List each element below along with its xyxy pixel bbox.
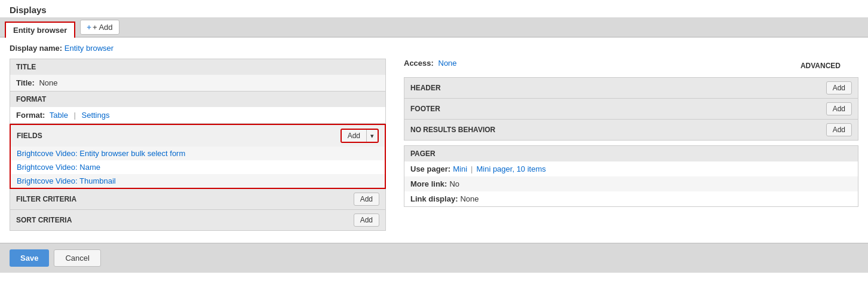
format-label: Format: xyxy=(16,111,45,120)
no-results-header: NO RESULTS BEHAVIOR Add xyxy=(404,120,858,140)
access-value[interactable]: None xyxy=(438,59,457,68)
header-section-header: HEADER Add xyxy=(404,78,858,98)
field-link-1[interactable]: Brightcove Video: Entity browser bulk se… xyxy=(17,149,185,158)
displays-heading: Displays xyxy=(0,0,868,17)
tabs-bar: Entity browser ++ Add xyxy=(0,17,868,38)
format-table-link[interactable]: Table xyxy=(50,111,68,120)
use-pager-value[interactable]: Mini xyxy=(453,164,467,173)
entity-browser-tab[interactable]: Entity browser xyxy=(5,22,75,38)
display-name-row: Display name: Entity browser xyxy=(10,44,858,53)
fields-section: FIELDS Add ▾ Brightcove Video: Entity br… xyxy=(10,124,386,189)
add-display-button[interactable]: ++ Add xyxy=(80,20,119,35)
sort-criteria-header: SORT CRITERIA Add xyxy=(10,210,385,230)
fields-section-header: FIELDS Add ▾ xyxy=(11,125,385,147)
format-divider: | xyxy=(73,111,78,120)
pager-header: PAGER xyxy=(404,146,858,161)
field-item-3: Brightcove Video: Thumbnail xyxy=(11,174,385,188)
plus-icon: + xyxy=(87,23,91,32)
no-results-add-button[interactable]: Add xyxy=(826,123,852,136)
right-column: Access: None ADVANCED HEADER Add FOOTER xyxy=(386,59,858,231)
more-link-value: No xyxy=(449,179,459,188)
footer-add-button[interactable]: Add xyxy=(826,102,852,115)
field-link-3[interactable]: Brightcove Video: Thumbnail xyxy=(17,176,116,185)
sort-criteria-add-button[interactable]: Add xyxy=(354,214,379,227)
fields-add-button[interactable]: Add xyxy=(342,130,367,142)
left-column: TITLE Title: None FORMAT Format: Table xyxy=(10,59,386,231)
footer-section: FOOTER Add xyxy=(404,99,858,120)
title-label: Title: xyxy=(16,78,35,87)
format-section: FORMAT Format: Table | Settings xyxy=(10,92,386,124)
access-label: Access: xyxy=(404,59,434,68)
sort-criteria-section: SORT CRITERIA Add xyxy=(10,210,386,231)
display-name-value[interactable]: Entity browser xyxy=(65,44,114,53)
pager-divider: | xyxy=(471,164,473,173)
more-link-row: More link: No xyxy=(404,176,858,191)
page-wrapper: Displays Entity browser ++ Add Display n… xyxy=(0,0,868,305)
bottom-bar: Save Cancel xyxy=(0,243,868,273)
link-display-row: Link display: None xyxy=(404,191,858,206)
filter-criteria-section: FILTER CRITERIA Add xyxy=(10,189,386,210)
field-item-1: Brightcove Video: Entity browser bulk se… xyxy=(11,147,385,160)
header-section: HEADER Add xyxy=(404,77,858,99)
save-button[interactable]: Save xyxy=(10,249,49,267)
link-display-value: None xyxy=(460,194,479,203)
main-columns: TITLE Title: None FORMAT Format: Table xyxy=(10,59,858,231)
footer-section-header: FOOTER Add xyxy=(404,99,858,119)
format-section-header: FORMAT xyxy=(10,92,385,107)
title-value: None xyxy=(39,78,57,87)
field-item-2: Brightcove Video: Name xyxy=(11,160,385,174)
chevron-down-icon: ▾ xyxy=(370,132,374,139)
header-add-button[interactable]: Add xyxy=(826,81,852,94)
display-name-label: Display name: xyxy=(10,44,62,53)
use-pager-row: Use pager: Mini | Mini pager, 10 items xyxy=(404,161,858,176)
advanced-label: ADVANCED xyxy=(800,62,841,70)
link-display-label: Link display: xyxy=(410,194,458,203)
field-link-2[interactable]: Brightcove Video: Name xyxy=(17,163,100,172)
fields-add-btn-group: Add ▾ xyxy=(341,129,379,143)
use-pager-label: Use pager: xyxy=(410,164,450,173)
filter-criteria-header: FILTER CRITERIA Add xyxy=(10,189,385,209)
fields-add-dropdown-button[interactable]: ▾ xyxy=(367,130,378,142)
mini-pager-link[interactable]: Mini pager, 10 items xyxy=(476,164,545,173)
access-advanced-row: Access: None ADVANCED xyxy=(404,59,858,72)
cancel-button[interactable]: Cancel xyxy=(54,249,100,267)
filter-criteria-add-button[interactable]: Add xyxy=(354,193,379,206)
title-section-header: TITLE xyxy=(10,59,385,75)
pager-section: PAGER Use pager: Mini | Mini pager, 10 i… xyxy=(404,145,858,207)
title-section-body: Title: None xyxy=(10,75,385,91)
title-section: TITLE Title: None xyxy=(10,59,386,92)
access-row: Access: None xyxy=(404,59,457,68)
content-area: Display name: Entity browser TITLE Title… xyxy=(0,38,868,237)
format-settings-link[interactable]: Settings xyxy=(81,111,109,120)
no-results-section: NO RESULTS BEHAVIOR Add xyxy=(404,120,858,141)
more-link-label: More link: xyxy=(410,179,447,188)
format-section-body: Format: Table | Settings xyxy=(10,107,385,123)
